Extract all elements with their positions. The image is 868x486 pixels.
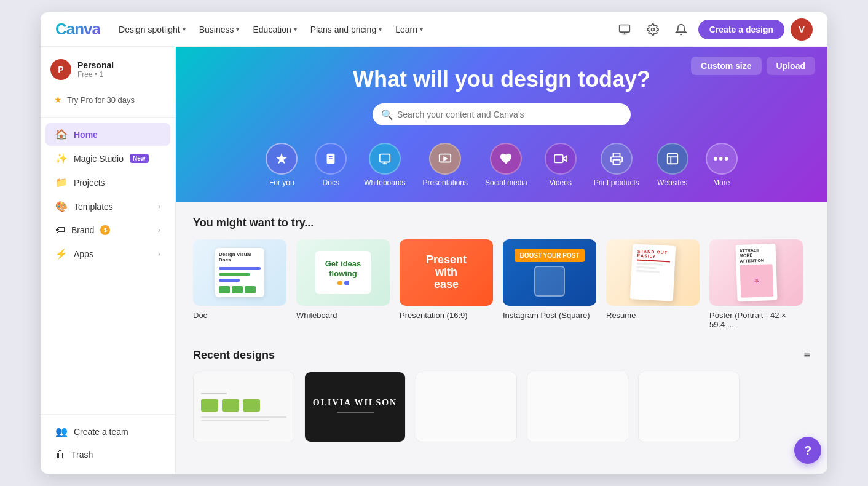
qa-label-videos: Videos [549, 178, 571, 187]
nav-menu: Design spotlight ▾ Business ▾ Education … [112, 21, 609, 38]
search-bar-container: 🔍 [373, 103, 631, 125]
qa-label-social-media: Social media [485, 178, 527, 187]
sidebar: P Personal Free • 1 ★ Try Pro for 30 day… [41, 47, 176, 474]
recent-design-3[interactable] [416, 372, 517, 442]
svg-rect-12 [554, 155, 563, 163]
template-card-instagram[interactable]: BOOST YOUR POST Instagram Post (Square) [503, 239, 596, 329]
create-design-button[interactable]: Create a design [698, 20, 784, 39]
template-icon: 🎨 [55, 201, 68, 212]
templates-row: Design Visual Docs [193, 239, 810, 329]
template-label: Poster (Portrait - 42 × 59.4 ... [709, 311, 803, 329]
sidebar-item-magic-studio[interactable]: ✨ Magic Studio New [45, 147, 170, 170]
brand-icon: 🏷 [55, 225, 65, 236]
qa-social-media[interactable]: Social media [485, 143, 527, 187]
qa-for-you[interactable]: For you [266, 143, 298, 187]
qa-whiteboards[interactable]: Whiteboards [364, 143, 405, 187]
recent-designs-title: Recent designs [193, 349, 275, 362]
notifications-icon-button[interactable] [670, 18, 692, 41]
sidebar-avatar: P [50, 59, 71, 80]
qa-label-docs: Docs [323, 178, 339, 187]
sidebar-item-brand[interactable]: 🏷 Brand $ › [45, 219, 170, 241]
qa-presentations[interactable]: Presentations [423, 143, 468, 187]
qa-print[interactable]: Print products [594, 143, 639, 187]
chevron-down-icon: ▾ [420, 26, 423, 33]
qa-label-more: More [713, 178, 730, 187]
sidebar-item-projects[interactable]: 📁 Projects [45, 171, 170, 194]
whiteboards-icon [369, 143, 401, 175]
qa-label-websites: Websites [657, 178, 687, 187]
svg-marker-11 [562, 156, 566, 161]
sidebar-bottom: 👥 Create a team 🗑 Trash [41, 414, 175, 466]
chevron-right-icon: › [158, 250, 160, 258]
presentations-icon [429, 143, 461, 175]
profile-meta: Free • 1 [77, 70, 114, 79]
qa-label-for-you: For you [269, 178, 294, 187]
template-label: Whiteboard [296, 311, 390, 320]
trash-icon: 🗑 [55, 449, 65, 460]
chevron-down-icon: ▾ [294, 26, 297, 33]
videos-icon [545, 143, 577, 175]
upload-button[interactable]: Upload [767, 57, 815, 75]
svg-rect-7 [380, 154, 390, 162]
desktop-icon-button[interactable] [614, 18, 636, 41]
qa-videos[interactable]: Videos [545, 143, 577, 187]
chevron-down-icon: ▾ [236, 26, 239, 33]
user-avatar[interactable]: V [791, 18, 813, 41]
search-input[interactable] [373, 103, 631, 125]
sidebar-item-templates[interactable]: 🎨 Templates › [45, 195, 170, 218]
recent-design-1[interactable] [193, 372, 294, 442]
svg-rect-0 [619, 25, 629, 32]
sidebar-item-create-team[interactable]: 👥 Create a team [45, 420, 170, 443]
custom-size-button[interactable]: Custom size [691, 57, 761, 75]
sidebar-item-trash[interactable]: 🗑 Trash [45, 444, 170, 466]
svg-point-3 [651, 28, 654, 31]
template-card-presentation[interactable]: Presentwithease Presentation (16:9) [400, 239, 493, 329]
try-section-title: You might want to try... [193, 217, 810, 229]
chevron-down-icon: ▾ [379, 26, 382, 33]
print-icon [601, 143, 633, 175]
recent-designs-row: OLIVIA WILSON [193, 372, 810, 442]
settings-icon-button[interactable] [642, 18, 664, 41]
sort-menu-icon[interactable]: ≡ [803, 349, 810, 362]
chevron-right-icon: › [158, 226, 160, 234]
recent-designs-header: Recent designs ≡ [193, 349, 810, 362]
quick-actions: For you Docs Whiteboards [191, 138, 813, 189]
sidebar-try-pro[interactable]: ★ Try Pro for 30 days [47, 90, 169, 110]
sidebar-item-apps[interactable]: ⚡ Apps › [45, 242, 170, 265]
template-label: Resume [606, 311, 700, 320]
template-card-resume[interactable]: STAND OUTEASILY Resume [606, 239, 700, 329]
canva-logo: Canva [55, 20, 100, 39]
nav-design-spotlight[interactable]: Design spotlight ▾ [112, 21, 192, 38]
recent-design-5[interactable] [638, 372, 740, 442]
qa-more[interactable]: ••• More [706, 143, 738, 187]
nav-plans-pricing[interactable]: Plans and pricing ▾ [304, 21, 388, 38]
websites-icon [657, 143, 688, 175]
recent-design-4[interactable] [527, 372, 628, 442]
sidebar-profile-info: Personal Free • 1 [77, 60, 114, 79]
chevron-down-icon: ▾ [183, 26, 186, 33]
main-content: Custom size Upload What will you design … [176, 47, 827, 474]
svg-rect-14 [668, 154, 678, 164]
qa-docs[interactable]: Docs [315, 143, 347, 187]
team-icon: 👥 [55, 426, 68, 437]
help-button[interactable]: ? [794, 437, 821, 464]
template-card-whiteboard[interactable]: Get ideas flowing Whiteboar [296, 239, 390, 329]
magic-icon: ✨ [55, 153, 68, 164]
sidebar-divider [41, 117, 175, 118]
top-navigation: Canva Design spotlight ▾ Business ▾ Educ… [41, 12, 827, 47]
hero-banner: Custom size Upload What will you design … [176, 47, 827, 202]
nav-learn[interactable]: Learn ▾ [389, 21, 429, 38]
nav-business[interactable]: Business ▾ [193, 21, 246, 38]
search-icon: 🔍 [381, 109, 393, 121]
svg-rect-13 [613, 160, 620, 164]
qa-websites[interactable]: Websites [657, 143, 688, 187]
qa-label-print: Print products [594, 178, 639, 187]
template-card-doc[interactable]: Design Visual Docs [193, 239, 286, 329]
nav-education[interactable]: Education ▾ [247, 21, 302, 38]
more-icon: ••• [706, 143, 738, 175]
apps-icon: ⚡ [55, 248, 68, 260]
for-you-icon [266, 143, 298, 175]
recent-design-2[interactable]: OLIVIA WILSON [304, 372, 406, 442]
template-card-poster[interactable]: ATTRACTMOREATTENTION 🌸 Poster (Portrait … [709, 239, 803, 329]
sidebar-item-home[interactable]: 🏠 Home [45, 123, 170, 146]
